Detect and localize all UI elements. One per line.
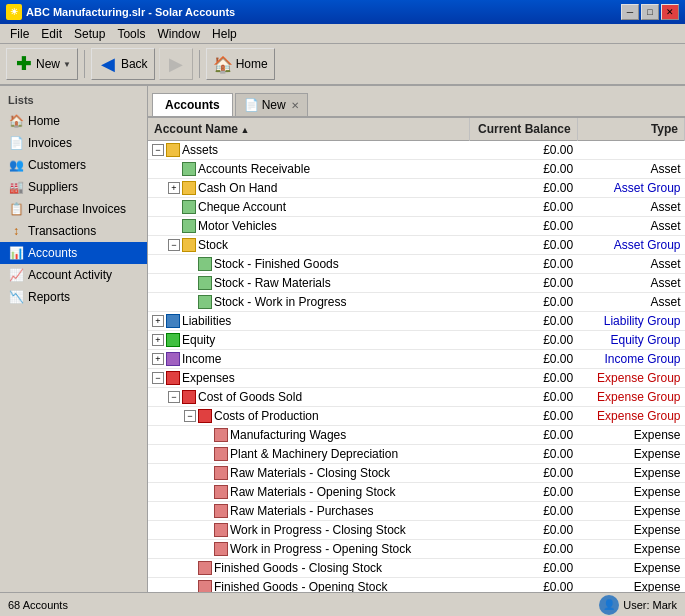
expand-placeholder [168,163,180,175]
main-layout: Lists 🏠 Home 📄 Invoices 👥 Customers 🏭 Su… [0,86,685,592]
tab-new[interactable]: 📄 New ✕ [235,93,308,116]
col-current-balance[interactable]: Current Balance [470,118,577,141]
expand-placeholder [200,486,212,498]
menu-help[interactable]: Help [206,25,243,43]
account-type: Expense [577,426,684,445]
account-name-cell: Work in Progress - Closing Stock [148,521,470,540]
tab-close-icon[interactable]: ✕ [291,100,299,111]
menu-edit[interactable]: Edit [35,25,68,43]
table-row[interactable]: Finished Goods - Opening Stock£0.00Expen… [148,578,685,593]
home-button[interactable]: 🏠 Home [206,48,275,80]
sidebar-item-reports[interactable]: 📉 Reports [0,286,147,308]
account-name-cell: Stock - Work in Progress [148,293,470,312]
table-row[interactable]: Raw Materials - Purchases£0.00Expense [148,502,685,521]
collapse-button[interactable]: − [184,410,196,422]
collapse-button[interactable]: − [168,391,180,403]
tab-accounts[interactable]: Accounts [152,93,233,116]
expand-placeholder [200,429,212,441]
maximize-button[interactable]: □ [641,4,659,20]
sidebar-item-reports-label: Reports [28,290,70,304]
table-row[interactable]: −Costs of Production£0.00Expense Group [148,407,685,426]
new-button[interactable]: ✚ New ▼ [6,48,78,80]
table-row[interactable]: Work in Progress - Closing Stock£0.00Exp… [148,521,685,540]
table-row[interactable]: Stock - Raw Materials£0.00Asset [148,274,685,293]
item-pink-icon [214,523,228,537]
table-row[interactable]: Finished Goods - Closing Stock£0.00Expen… [148,559,685,578]
account-name-cell: Accounts Receivable [148,160,470,179]
account-name-cell: +Equity [148,331,470,350]
sidebar-item-purchase-invoices[interactable]: 📋 Purchase Invoices [0,198,147,220]
account-type: Asset Group [577,179,684,198]
table-row[interactable]: Accounts Receivable£0.00Asset [148,160,685,179]
table-row[interactable]: −Stock£0.00Asset Group [148,236,685,255]
back-icon: ◀ [98,54,118,74]
expand-button[interactable]: + [168,182,180,194]
account-name-text: Expenses [182,371,235,385]
account-type: Expense [577,445,684,464]
new-dropdown-arrow: ▼ [63,60,71,69]
collapse-button[interactable]: − [152,372,164,384]
table-row[interactable]: +Equity£0.00Equity Group [148,331,685,350]
sidebar-item-invoices[interactable]: 📄 Invoices [0,132,147,154]
table-row[interactable]: Work in Progress - Opening Stock£0.00Exp… [148,540,685,559]
menu-window[interactable]: Window [151,25,206,43]
expand-button[interactable]: + [152,353,164,365]
table-row[interactable]: +Income£0.00Income Group [148,350,685,369]
menu-setup[interactable]: Setup [68,25,111,43]
status-right: 👤 User: Mark [599,595,677,615]
accounts-sidebar-icon: 📊 [8,245,24,261]
account-name-text: Liabilities [182,314,231,328]
account-type [577,141,684,160]
account-balance: £0.00 [470,217,577,236]
account-balance: £0.00 [470,445,577,464]
collapse-button[interactable]: − [152,144,164,156]
account-type: Expense [577,502,684,521]
expand-button[interactable]: + [152,334,164,346]
back-button[interactable]: ◀ Back [91,48,155,80]
sidebar-item-account-activity[interactable]: 📈 Account Activity [0,264,147,286]
expand-button[interactable]: + [152,315,164,327]
menu-tools[interactable]: Tools [111,25,151,43]
new-icon: ✚ [13,54,33,74]
sidebar: Lists 🏠 Home 📄 Invoices 👥 Customers 🏭 Su… [0,86,148,592]
account-name-text: Stock - Finished Goods [214,257,339,271]
sidebar-item-accounts[interactable]: 📊 Accounts [0,242,147,264]
item-pink-icon [198,561,212,575]
back-label: Back [121,57,148,71]
accounts-table-body: −Assets£0.00Accounts Receivable£0.00Asse… [148,141,685,593]
menu-bar: File Edit Setup Tools Window Help [0,24,685,44]
account-name-cell: −Stock [148,236,470,255]
table-row[interactable]: Stock - Finished Goods£0.00Asset [148,255,685,274]
col-type[interactable]: Type [577,118,684,141]
table-row[interactable]: Raw Materials - Closing Stock£0.00Expens… [148,464,685,483]
item-green-icon [198,257,212,271]
minimize-button[interactable]: ─ [621,4,639,20]
expand-placeholder [168,201,180,213]
account-name-text: Raw Materials - Opening Stock [230,485,395,499]
close-button[interactable]: ✕ [661,4,679,20]
collapse-button[interactable]: − [168,239,180,251]
table-row[interactable]: −Cost of Goods Sold£0.00Expense Group [148,388,685,407]
sidebar-item-home[interactable]: 🏠 Home [0,110,147,132]
sidebar-item-transactions[interactable]: ↕ Transactions [0,220,147,242]
col-account-name[interactable]: Account Name [148,118,470,141]
table-row[interactable]: −Expenses£0.00Expense Group [148,369,685,388]
menu-file[interactable]: File [4,25,35,43]
forward-button[interactable]: ▶ [159,48,193,80]
table-row[interactable]: Raw Materials - Opening Stock£0.00Expens… [148,483,685,502]
table-row[interactable]: +Cash On Hand£0.00Asset Group [148,179,685,198]
sidebar-item-suppliers[interactable]: 🏭 Suppliers [0,176,147,198]
home-label: Home [236,57,268,71]
table-row[interactable]: +Liabilities£0.00Liability Group [148,312,685,331]
table-row[interactable]: −Assets£0.00 [148,141,685,160]
table-row[interactable]: Manufacturing Wages£0.00Expense [148,426,685,445]
table-row[interactable]: Cheque Account£0.00Asset [148,198,685,217]
table-row[interactable]: Motor Vehicles£0.00Asset [148,217,685,236]
table-row[interactable]: Stock - Work in Progress£0.00Asset [148,293,685,312]
account-name-text: Stock - Raw Materials [214,276,331,290]
expand-placeholder [184,581,196,592]
sidebar-item-customers[interactable]: 👥 Customers [0,154,147,176]
table-row[interactable]: Plant & Machinery Depreciation£0.00Expen… [148,445,685,464]
account-name-text: Raw Materials - Purchases [230,504,373,518]
new-label: New [36,57,60,71]
